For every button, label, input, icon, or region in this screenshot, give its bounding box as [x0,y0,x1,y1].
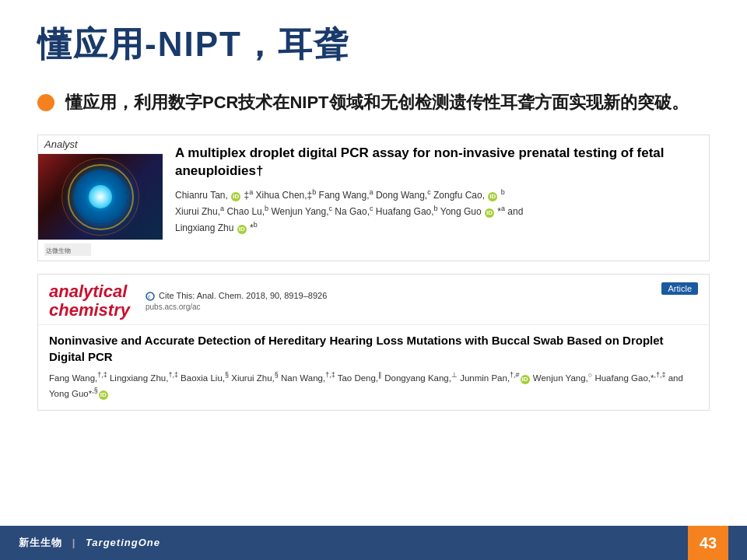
orcid-icon5: ID [521,375,530,384]
bullet-text: 懂应用，利用数字PCR技术在NIPT领域和无创检测遗传性耳聋方面实现新的突破。 [65,89,689,116]
paper1-logo-bar: 达微生物 [38,240,163,261]
ac-logo-analytical: analytical [49,282,127,301]
journal-label: Analyst [38,135,163,154]
paper2-header: analytical chemistry c Cite This: Anal. … [38,275,709,325]
paper2-body: Noninvasive and Accurate Detection of He… [38,325,709,410]
footer-logo-right: TargetingOne [86,537,160,548]
bullet-section: 懂应用，利用数字PCR技术在NIPT领域和无创检测遗传性耳聋方面实现新的突破。 [0,68,747,116]
papers-area: Analyst 达微生物 A multiplex droplet digit [0,116,747,411]
slide-title: 懂应用-NIPT，耳聋 [37,22,710,68]
cover-decoration [73,170,128,224]
bullet-dot-icon [37,94,54,111]
cite-text: Cite This: Anal. Chem. 2018, 90, 8919–89… [159,291,327,300]
pubs-line: pubs.acs.org/ac [146,303,646,311]
cite-line: c Cite This: Anal. Chem. 2018, 90, 8919–… [146,291,646,301]
article-badge: Article [661,282,698,295]
paper2-authors: Fang Wang,†,‡ Lingxiang Zhu,†,‡ Baoxia L… [49,369,698,401]
orcid-icon6: ID [99,390,108,400]
author-line1: Chianru Tan, ID ‡a Xihua Chen,‡b Fang Wa… [175,190,505,201]
author-line3: Lingxiang Zhu ID *b [175,222,258,233]
paper1-authors: Chianru Tan, ID ‡a Xihua Chen,‡b Fang Wa… [175,187,696,236]
orcid-icon: ID [231,192,240,201]
paper2-card: analytical chemistry c Cite This: Anal. … [37,274,710,411]
footer-logo: 新生生物 | TargetingOne [19,536,160,550]
cite-icon: c [146,292,155,301]
orcid-icon4: ID [237,225,247,234]
footer-separator: | [72,537,76,548]
paper2-title: Noninvasive and Accurate Detection of He… [49,333,698,365]
svg-text:c: c [148,294,151,299]
svg-text:达微生物: 达微生物 [46,247,71,254]
paper2-meta: c Cite This: Anal. Chem. 2018, 90, 8919–… [146,291,646,311]
footer: 新生生物 | TargetingOne 43 [0,526,747,560]
footer-logo-left: 新生生物 [19,537,62,548]
paper1-card: Analyst 达微生物 A multiplex droplet digit [37,135,710,261]
ac-logo: analytical chemistry [49,282,130,320]
slide-container: 懂应用-NIPT，耳聋 懂应用，利用数字PCR技术在NIPT领域和无创检测遗传性… [0,0,747,560]
and-text: and [668,373,683,383]
paper1-title: A multiplex droplet digital PCR assay fo… [175,145,696,180]
paper1-image: Analyst 达微生物 [38,135,163,261]
ac-logo-chemistry: chemistry [49,300,130,320]
dalian-logo-icon: 达微生物 [44,243,91,256]
paper1-cover [38,154,163,240]
page-number: 43 [688,526,728,560]
orcid-icon2: ID [488,192,497,201]
author-line2: Xiurui Zhu,a Chao Lu,b Wenjun Yang,c Na … [175,206,523,217]
paper1-content: A multiplex droplet digital PCR assay fo… [163,135,709,261]
title-area: 懂应用-NIPT，耳聋 [0,0,747,68]
cover-inner [89,185,112,208]
orcid-icon3: ID [485,208,494,218]
